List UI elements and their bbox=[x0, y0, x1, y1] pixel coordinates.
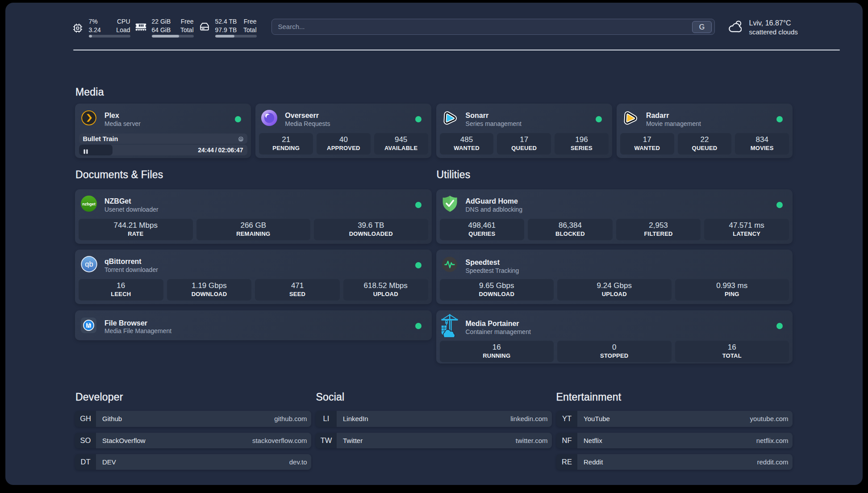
svg-text:qb: qb bbox=[85, 260, 93, 268]
svg-text:nzbget: nzbget bbox=[82, 202, 96, 206]
